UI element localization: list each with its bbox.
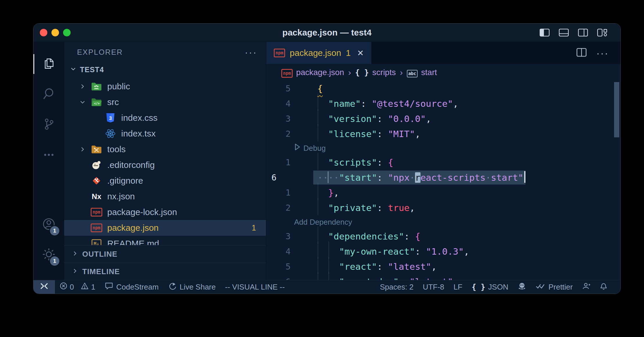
status-notifications[interactable] — [595, 280, 612, 294]
close-tab-icon[interactable]: ✕ — [357, 48, 364, 58]
status-encoding[interactable]: UTF-8 — [418, 280, 449, 294]
codelens-add-dependency[interactable]: Add Dependency — [266, 215, 620, 229]
tree-item-package-json[interactable]: npmpackage.json1 — [64, 220, 266, 236]
code-line-5[interactable]: 1 "scripts": { — [266, 155, 620, 170]
tree-item-public[interactable]: public — [64, 79, 266, 94]
status-label: Live Share — [180, 283, 216, 292]
activity-item-explorer[interactable] — [33, 49, 64, 79]
line-number[interactable]: 3 — [266, 111, 301, 126]
code-token: "my-own-react" — [339, 246, 415, 257]
code-line-3[interactable]: 2 "license": "MIT", — [266, 126, 620, 141]
line-number[interactable]: 4 — [266, 96, 301, 111]
toggle-panel-icon[interactable] — [559, 29, 569, 37]
workspace-name: TEST4 — [80, 65, 104, 74]
line-number[interactable]: 2 — [266, 126, 301, 141]
tree-item-index-tsx[interactable]: index.tsx — [64, 126, 266, 141]
line-number[interactable]: 3 — [266, 229, 301, 244]
status-octoface[interactable] — [513, 280, 531, 294]
tree-item--editorconfig[interactable]: .editorconfig — [64, 157, 266, 173]
tree-item-label: index.css — [121, 113, 158, 123]
line-content: "my-own-react": "1.0.3", — [301, 244, 469, 259]
line-number[interactable]: 6 — [266, 170, 301, 185]
line-number[interactable]: 1 — [266, 155, 301, 170]
line-number[interactable]: 5 — [266, 81, 301, 96]
tree-item-package-lock-json[interactable]: npmpackage-lock.json — [64, 204, 266, 220]
code-token: } — [328, 187, 334, 198]
minimize-window-button[interactable] — [51, 29, 59, 36]
code-line-11[interactable]: 4 "my-own-react": "1.0.3", — [266, 244, 620, 259]
section-outline[interactable]: OUTLINE — [64, 245, 266, 262]
code-line-6[interactable]: 6····"start": "npx·react-scripts·start" — [266, 170, 620, 185]
traffic-lights — [40, 29, 71, 36]
code-token — [317, 185, 328, 200]
code-line-0[interactable]: 5{ — [266, 81, 620, 96]
activity-item-accounts[interactable]: 1 — [33, 210, 64, 240]
code-line-7[interactable]: 1 }, — [266, 185, 620, 200]
sidebar-more-actions-icon[interactable]: ··· — [245, 51, 257, 54]
breadcrumb-item-package-json[interactable]: npmpackage.json — [281, 68, 344, 78]
tree-item-label: package.json — [107, 223, 159, 233]
status-formatter[interactable]: Prettier — [531, 280, 577, 294]
more-actions-icon[interactable]: ··· — [596, 47, 609, 59]
section-timeline[interactable]: TIMELINE — [64, 262, 266, 280]
code-token: , — [415, 129, 421, 139]
toggle-secondary-sidebar-icon[interactable] — [578, 29, 588, 37]
breadcrumb-item-scripts[interactable]: { }scripts — [355, 68, 396, 77]
status-indentation[interactable]: Spaces: 2 — [375, 280, 418, 294]
breadcrumb-item-start[interactable]: abcstart — [407, 68, 437, 77]
code-line-2[interactable]: 3 "version": "0.0.0", — [266, 111, 620, 126]
code-editor[interactable]: 5{4 "name": "@test4/source",3 "version":… — [266, 81, 620, 280]
status-right: Spaces: 2UTF-8LF{ }JSONPrettier — [375, 280, 612, 294]
line-number[interactable]: 4 — [266, 244, 301, 259]
status-remote-indicator[interactable] — [33, 280, 55, 294]
status-live-share[interactable]: Live Share — [163, 280, 220, 294]
status-codestream[interactable]: CodeStream — [100, 280, 163, 294]
tree-item-index-css[interactable]: 3index.css — [64, 110, 266, 126]
tree-item--gitignore[interactable]: .gitignore — [64, 173, 266, 189]
code-line-1[interactable]: 4 "name": "@test4/source", — [266, 96, 620, 111]
customize-layout-icon[interactable] — [597, 29, 607, 37]
zoom-window-button[interactable] — [63, 29, 71, 36]
chevron-right-icon — [71, 250, 79, 258]
tree-item-src[interactable]: </>src — [64, 94, 266, 110]
activity-item-manage[interactable]: 1 — [33, 240, 64, 270]
tree-item-label: .gitignore — [107, 176, 143, 186]
status-problems[interactable]: 01 — [55, 280, 100, 294]
status-feedback[interactable] — [577, 280, 595, 294]
line-number[interactable]: 2 — [266, 200, 301, 215]
title-bar[interactable]: package.json — test4 — [33, 24, 620, 42]
codelens-debug[interactable]: Debug — [266, 141, 620, 155]
toggle-sidebar-icon[interactable] — [540, 29, 550, 37]
tree-item-nx-json[interactable]: Nxnx.json — [64, 189, 266, 204]
line-number[interactable]: 5 — [266, 259, 301, 274]
code-line-8[interactable]: 2 "private": true, — [266, 200, 620, 215]
code-line-10[interactable]: 3 "dependencies": { — [266, 229, 620, 244]
sidebar-title: EXPLORER — [77, 48, 123, 57]
editor-scrollbar[interactable] — [614, 82, 619, 137]
status-vim-mode[interactable]: -- VISUAL LINE -- — [220, 280, 289, 294]
tree-item-readme-md[interactable]: M↓README.md — [64, 236, 266, 245]
markdown-icon: M↓ — [89, 239, 104, 245]
status-label: Spaces: 2 — [380, 283, 414, 292]
code-token: , — [409, 203, 415, 213]
activity-item-more-views[interactable] — [33, 140, 64, 170]
workspace-section-header[interactable]: TEST4 — [64, 62, 266, 77]
code-token: "name" — [328, 98, 361, 109]
tab-package-json[interactable]: npm package.json 1 ✕ — [266, 42, 372, 64]
close-window-button[interactable] — [40, 29, 47, 36]
activity-item-source-control[interactable] — [33, 109, 64, 140]
search-icon — [42, 86, 56, 102]
activity-item-search[interactable] — [33, 79, 64, 109]
line-number[interactable]: 6 — [266, 274, 301, 280]
line-number[interactable]: 1 — [266, 185, 301, 200]
person-icon — [582, 282, 590, 292]
status-eol[interactable]: LF — [449, 280, 467, 294]
code-line-12[interactable]: 5 "react": "latest", — [266, 259, 620, 274]
code-line-13[interactable]: 6 "react-dom": "latest", — [266, 274, 620, 280]
status-language-mode[interactable]: { }JSON — [467, 280, 513, 294]
live-share-icon — [168, 282, 177, 292]
section-label: TIMELINE — [82, 267, 120, 276]
tree-item-tools[interactable]: tools — [64, 141, 266, 157]
tab-problem-badge: 1 — [346, 48, 351, 58]
split-editor-icon[interactable] — [577, 48, 586, 58]
